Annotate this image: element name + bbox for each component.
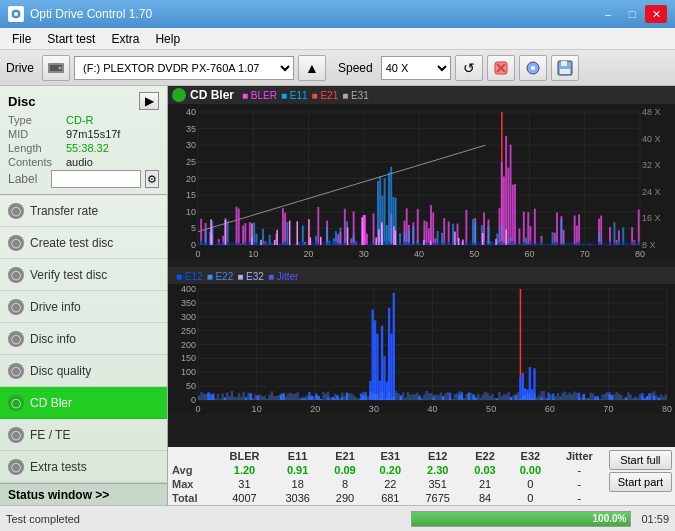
- chart2-legend-e32: ■ E32: [237, 271, 264, 282]
- stats-max-e32: 0: [508, 477, 553, 491]
- burn-button[interactable]: [519, 55, 547, 81]
- stats-header-row: BLER E11 E21 E31 E12 E22 E32 Jitter: [168, 447, 606, 463]
- stats-max-e21: 8: [322, 477, 367, 491]
- chart1-legend-e21: ■ E21: [312, 90, 339, 101]
- nav-icon-create-test: ◯: [8, 235, 24, 251]
- chart2-legend-e22: ■ E22: [207, 271, 234, 282]
- nav-icon-disc-quality: ◯: [8, 363, 24, 379]
- status-bar: Test completed 100.0% 01:59: [0, 505, 675, 531]
- start-part-button[interactable]: Start part: [609, 472, 672, 492]
- stats-total-e12: 7675: [413, 491, 462, 505]
- menu-bar: File Start test Extra Help: [0, 28, 675, 50]
- disc-contents-value: audio: [66, 156, 93, 168]
- stats-header-e12: E12: [413, 447, 462, 463]
- main-layout: Disc ▶ Type CD-R MID 97m15s17f Length 55…: [0, 86, 675, 505]
- eject-button[interactable]: ▲: [298, 55, 326, 81]
- nav-cd-bler[interactable]: ◯ CD Bler: [0, 387, 167, 419]
- maximize-button[interactable]: □: [621, 5, 643, 23]
- nav-create-test-disc[interactable]: ◯ Create test disc: [0, 227, 167, 259]
- nav-disc-quality[interactable]: ◯ Disc quality: [0, 355, 167, 387]
- disc-length-label: Length: [8, 142, 66, 154]
- stats-avg-e22: 0.03: [462, 463, 507, 477]
- svg-point-9: [531, 66, 535, 70]
- stats-header-e11: E11: [273, 447, 322, 463]
- status-window-button[interactable]: Status window >>: [0, 483, 167, 505]
- nav-verify-test-disc[interactable]: ◯ Verify test disc: [0, 259, 167, 291]
- stats-total-e32: 0: [508, 491, 553, 505]
- stats-total-e22: 84: [462, 491, 507, 505]
- stats-avg-e12: 2.30: [413, 463, 462, 477]
- nav-icon-extra-tests: ◯: [8, 459, 24, 475]
- menu-file[interactable]: File: [4, 30, 39, 48]
- chart1-icon: [172, 88, 186, 102]
- nav-drive-info[interactable]: ◯ Drive info: [0, 291, 167, 323]
- stats-total-e31: 681: [368, 491, 413, 505]
- nav-disc-info[interactable]: ◯ Disc info: [0, 323, 167, 355]
- svg-rect-12: [560, 69, 570, 74]
- title-bar: Opti Drive Control 1.70 – □ ✕: [0, 0, 675, 28]
- erase-button[interactable]: [487, 55, 515, 81]
- disc-length-value: 55:38.32: [66, 142, 109, 154]
- app-title: Opti Drive Control 1.70: [30, 7, 152, 21]
- stats-total-label: Total: [168, 491, 216, 505]
- chart1-canvas: [168, 104, 675, 259]
- svg-point-1: [14, 12, 18, 16]
- stats-total-jitter: -: [553, 491, 606, 505]
- stats-panel: BLER E11 E21 E31 E12 E22 E32 Jitter Avg …: [168, 447, 675, 505]
- chart1-legend-bler: ■ BLER: [242, 90, 277, 101]
- svg-rect-11: [561, 61, 567, 66]
- drive-icon-button[interactable]: [42, 55, 70, 81]
- close-button[interactable]: ✕: [645, 5, 667, 23]
- chart2-area: [168, 284, 675, 447]
- disc-contents-row: Contents audio: [8, 156, 159, 168]
- progress-bar-container: 100.0%: [411, 511, 631, 527]
- stats-avg-e31: 0.20: [368, 463, 413, 477]
- stats-avg-bler: 1.20: [216, 463, 273, 477]
- svg-point-4: [59, 66, 62, 69]
- menu-extra[interactable]: Extra: [103, 30, 147, 48]
- stats-max-e12: 351: [413, 477, 462, 491]
- nav-transfer-rate[interactable]: ◯ Transfer rate: [0, 195, 167, 227]
- disc-label-input[interactable]: [51, 170, 141, 188]
- menu-start-test[interactable]: Start test: [39, 30, 103, 48]
- stats-max-bler: 31: [216, 477, 273, 491]
- time-display: 01:59: [641, 513, 669, 525]
- save-button[interactable]: [551, 55, 579, 81]
- nav-extra-tests[interactable]: ◯ Extra tests: [0, 451, 167, 483]
- stats-max-e31: 22: [368, 477, 413, 491]
- speed-select[interactable]: 40 X 8 X 16 X 24 X 32 X 48 X: [381, 56, 451, 80]
- stats-total-e21: 290: [322, 491, 367, 505]
- stats-table: BLER E11 E21 E31 E12 E22 E32 Jitter Avg …: [168, 447, 606, 505]
- speed-label: Speed: [338, 61, 373, 75]
- toolbar: Drive (F:) PLEXTOR DVDR PX-760A 1.07 ▲ S…: [0, 50, 675, 86]
- start-full-button[interactable]: Start full: [609, 450, 672, 470]
- window-controls: – □ ✕: [597, 5, 667, 23]
- stats-total-row: Total 4007 3036 290 681 7675 84 0 -: [168, 491, 606, 505]
- stats-header-e21: E21: [322, 447, 367, 463]
- stats-total-bler: 4007: [216, 491, 273, 505]
- disc-nav-button[interactable]: ▶: [139, 92, 159, 110]
- nav-icon-verify-test: ◯: [8, 267, 24, 283]
- disc-type-value: CD-R: [66, 114, 94, 126]
- status-text: Test completed: [6, 513, 405, 525]
- drive-label: Drive: [6, 61, 34, 75]
- stats-header-empty: [168, 447, 216, 463]
- stats-avg-e32: 0.00: [508, 463, 553, 477]
- stats-total-e11: 3036: [273, 491, 322, 505]
- chart2-header: ■ E12 ■ E22 ■ E32 ■ Jitter: [168, 269, 675, 284]
- disc-header: Disc ▶: [8, 92, 159, 110]
- content-area: CD Bler ■ BLER ■ E11 ■ E21 ■ E31 ■ E12 ■…: [168, 86, 675, 505]
- drive-select[interactable]: (F:) PLEXTOR DVDR PX-760A 1.07: [74, 56, 294, 80]
- disc-panel: Disc ▶ Type CD-R MID 97m15s17f Length 55…: [0, 86, 167, 195]
- disc-mid-value: 97m15s17f: [66, 128, 120, 140]
- nav-fe-te[interactable]: ◯ FE / TE: [0, 419, 167, 451]
- stats-max-e22: 21: [462, 477, 507, 491]
- stats-max-row: Max 31 18 8 22 351 21 0 -: [168, 477, 606, 491]
- menu-help[interactable]: Help: [147, 30, 188, 48]
- chart2-legend-e12: ■ E12: [176, 271, 203, 282]
- chart1-header: CD Bler ■ BLER ■ E11 ■ E21 ■ E31: [168, 86, 675, 104]
- stats-max-e11: 18: [273, 477, 322, 491]
- minimize-button[interactable]: –: [597, 5, 619, 23]
- refresh-button[interactable]: ↺: [455, 55, 483, 81]
- disc-label-button[interactable]: ⚙: [145, 170, 159, 188]
